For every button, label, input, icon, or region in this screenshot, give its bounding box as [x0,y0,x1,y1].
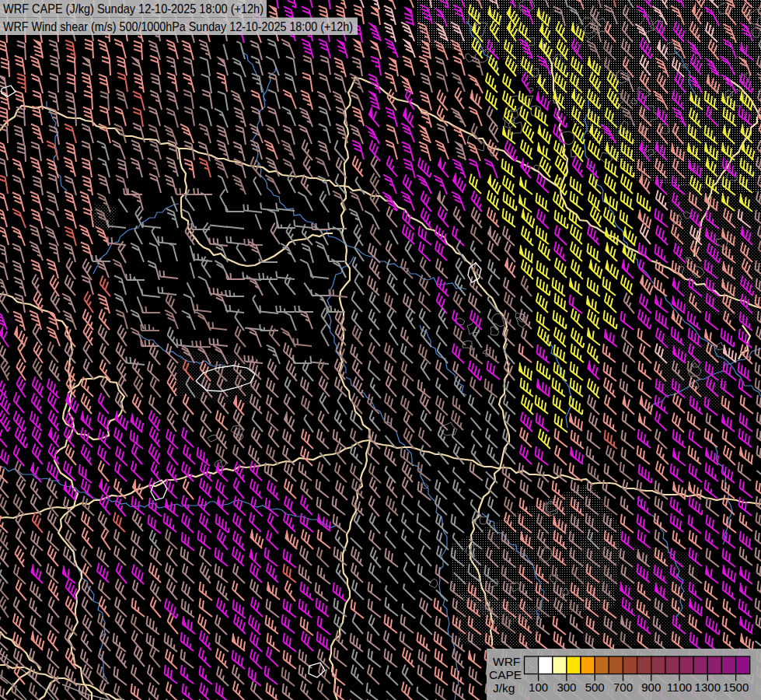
svg-text:1100: 1100 [667,681,692,694]
svg-text:WRF: WRF [493,655,520,668]
svg-text:J/kg: J/kg [493,681,515,695]
svg-text:WRF CAPE (J/kg) Sunday 12-10-2: WRF CAPE (J/kg) Sunday 12-10-2025 18:00 … [3,2,264,16]
svg-text:900: 900 [641,681,661,694]
svg-text:700: 700 [613,681,633,694]
svg-text:1500: 1500 [723,681,749,694]
svg-text:100: 100 [529,681,548,694]
svg-text:CAPE: CAPE [489,668,522,681]
svg-text:1300: 1300 [695,681,721,694]
svg-text:WRF Wind shear (m/s) 500/1000h: WRF Wind shear (m/s) 500/1000hPa Sunday … [3,19,353,34]
svg-text:300: 300 [557,681,576,694]
svg-text:500: 500 [585,681,605,694]
